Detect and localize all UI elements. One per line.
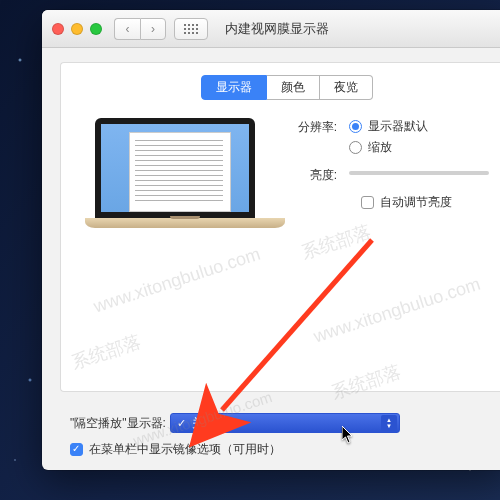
- airplay-dropdown[interactable]: ✓ 关闭 ▲▼: [170, 413, 400, 433]
- brightness-row: 亮度:: [293, 166, 500, 184]
- bottom-options: "隔空播放"显示器: ✓ 关闭 ▲▼ 在菜单栏中显示镜像选项（可用时）: [42, 413, 500, 458]
- minimize-icon[interactable]: [71, 23, 83, 35]
- display-settings-row: 分辨率: 显示器默认 缩放: [61, 118, 500, 228]
- radio-icon: [349, 120, 362, 133]
- airplay-label: "隔空播放"显示器:: [70, 415, 166, 432]
- content-area: 显示器 颜色 夜览 分辨率: 显示器默认: [42, 48, 500, 392]
- checkbox-icon: [361, 196, 374, 209]
- laptop-screen-icon: [95, 118, 255, 218]
- radio-icon: [349, 141, 362, 154]
- auto-brightness-label: 自动调节亮度: [380, 194, 452, 211]
- laptop-base-icon: [85, 218, 285, 228]
- device-preview: [85, 118, 265, 228]
- show-all-button[interactable]: [174, 18, 208, 40]
- tab-bar: 显示器 颜色 夜览: [61, 75, 500, 100]
- back-button[interactable]: ‹: [114, 18, 140, 40]
- tab-display[interactable]: 显示器: [201, 75, 267, 100]
- resolution-scaled-label: 缩放: [368, 139, 392, 156]
- tab-color[interactable]: 颜色: [267, 75, 320, 100]
- grid-icon: [184, 24, 198, 34]
- close-icon[interactable]: [52, 23, 64, 35]
- preferences-window: ‹ › 内建视网膜显示器 显示器 颜色 夜览: [42, 10, 500, 470]
- resolution-default-label: 显示器默认: [368, 118, 428, 135]
- window-controls: [52, 23, 102, 35]
- titlebar: ‹ › 内建视网膜显示器: [42, 10, 500, 48]
- chevron-right-icon: ›: [151, 22, 155, 36]
- auto-brightness-option[interactable]: 自动调节亮度: [293, 194, 500, 211]
- mirror-label: 在菜单栏中显示镜像选项（可用时）: [89, 441, 281, 458]
- dropdown-arrows-icon: ▲▼: [381, 415, 397, 431]
- airplay-row: "隔空播放"显示器: ✓ 关闭 ▲▼: [70, 413, 494, 433]
- nav-buttons: ‹ ›: [114, 18, 166, 40]
- display-options: 分辨率: 显示器默认 缩放: [265, 118, 500, 228]
- brightness-label: 亮度:: [293, 166, 349, 184]
- chevron-left-icon: ‹: [126, 22, 130, 36]
- window-title: 内建视网膜显示器: [42, 20, 500, 38]
- airplay-selected-value: 关闭: [192, 415, 216, 432]
- tab-night-shift[interactable]: 夜览: [320, 75, 373, 100]
- resolution-row: 分辨率: 显示器默认 缩放: [293, 118, 500, 156]
- zoom-icon[interactable]: [90, 23, 102, 35]
- mirror-option[interactable]: 在菜单栏中显示镜像选项（可用时）: [70, 441, 494, 458]
- checkbox-icon: [70, 443, 83, 456]
- brightness-slider[interactable]: [349, 171, 489, 175]
- settings-panel: 显示器 颜色 夜览 分辨率: 显示器默认: [60, 62, 500, 392]
- resolution-scaled-option[interactable]: 缩放: [349, 139, 428, 156]
- resolution-label: 分辨率:: [293, 118, 349, 136]
- forward-button[interactable]: ›: [140, 18, 166, 40]
- check-icon: ✓: [177, 417, 186, 430]
- resolution-default-option[interactable]: 显示器默认: [349, 118, 428, 135]
